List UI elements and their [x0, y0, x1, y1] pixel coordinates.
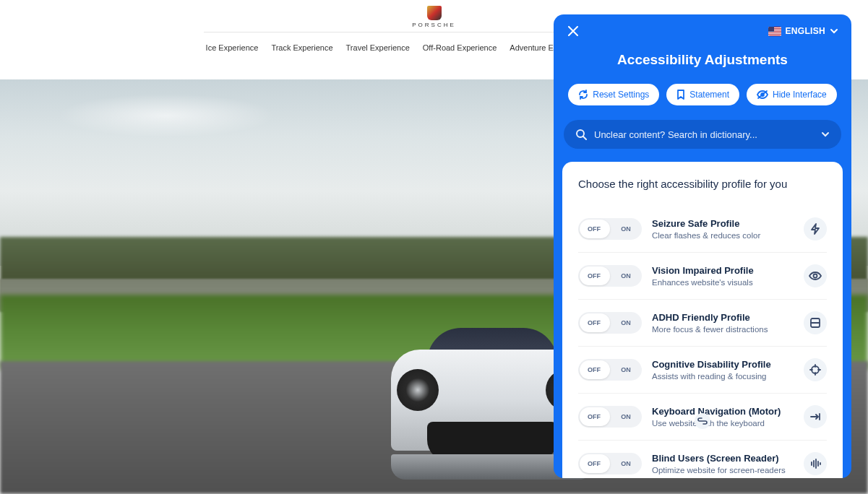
refresh-icon	[578, 90, 588, 100]
porsche-crest-icon	[427, 6, 442, 20]
nav-ice-experience[interactable]: Ice Experience	[206, 43, 259, 52]
profile-name: ADHD Friendly Profile	[652, 312, 794, 323]
profile-desc: More focus & fewer distractions	[652, 325, 794, 334]
nav-track-experience[interactable]: Track Experience	[271, 43, 332, 52]
profile-row-blind: OFF ON Blind Users (Screen Reader) Optim…	[578, 441, 827, 478]
nav-offroad-experience[interactable]: Off-Road Experience	[423, 43, 497, 52]
svg-point-1	[814, 274, 817, 278]
accessibility-panel: ENGLISH Accessibility Adjustments Reset …	[554, 14, 851, 478]
nav-travel-experience[interactable]: Travel Experience	[346, 43, 410, 52]
profile-desc: Use website with the keyboard	[652, 419, 794, 428]
target-icon	[804, 358, 827, 381]
profile-name: Keyboard Navigation (Motor)	[652, 406, 794, 417]
profile-row-adhd: OFF ON ADHD Friendly Profile More focus …	[578, 300, 827, 347]
link-icon	[695, 413, 710, 429]
language-selector[interactable]: ENGLISH	[768, 26, 838, 36]
profile-desc: Optimize website for screen-readers	[652, 466, 794, 474]
profile-name: Blind Users (Screen Reader)	[652, 453, 794, 464]
close-button[interactable]	[567, 25, 580, 38]
brand-name: PORSCHE	[412, 22, 456, 28]
search-placeholder: Unclear content? Search in dictionary...	[594, 129, 814, 140]
statement-button[interactable]: Statement	[666, 84, 739, 105]
profile-row-cognitive: OFF ON Cognitive Disability Profile Assi…	[578, 347, 827, 394]
profile-desc: Clear flashes & reduces color	[652, 231, 794, 240]
profile-name: Cognitive Disability Profile	[652, 359, 794, 370]
profile-name: Seizure Safe Profile	[652, 218, 794, 229]
toggle-keyboard[interactable]: OFF ON	[578, 406, 642, 428]
frame-icon	[804, 311, 827, 334]
flag-us-icon	[768, 27, 781, 36]
eye-icon	[804, 264, 827, 287]
reset-settings-button[interactable]: Reset Settings	[568, 84, 659, 105]
dictionary-search[interactable]: Unclear content? Search in dictionary...	[564, 120, 841, 149]
panel-title: Accessibility Adjustments	[567, 52, 838, 68]
toggle-cognitive[interactable]: OFF ON	[578, 359, 642, 381]
toggle-blind[interactable]: OFF ON	[578, 453, 642, 474]
bookmark-icon	[676, 90, 685, 100]
chevron-down-icon	[821, 131, 830, 137]
language-label: ENGLISH	[786, 26, 825, 36]
profile-desc: Enhances website's visuals	[652, 278, 794, 287]
toggle-adhd[interactable]: OFF ON	[578, 312, 642, 334]
bolt-icon	[804, 217, 827, 240]
profile-name: Vision Impaired Profile	[652, 265, 794, 276]
profile-desc: Assists with reading & focusing	[652, 372, 794, 381]
hide-interface-button[interactable]: Hide Interface	[747, 84, 837, 105]
toggle-vision[interactable]: OFF ON	[578, 265, 642, 287]
profile-row-seizure: OFF ON Seizure Safe Profile Clear flashe…	[578, 206, 827, 253]
profiles-heading: Choose the right accessibility profile f…	[578, 178, 827, 190]
toggle-seizure[interactable]: OFF ON	[578, 218, 642, 240]
close-icon	[568, 26, 578, 36]
tab-icon	[804, 405, 827, 428]
brand-logo[interactable]: PORSCHE	[412, 6, 456, 28]
eye-off-icon	[757, 90, 768, 100]
search-icon	[575, 129, 587, 140]
profile-row-vision: OFF ON Vision Impaired Profile Enhances …	[578, 253, 827, 300]
audio-icon	[804, 452, 827, 475]
profiles-card: Choose the right accessibility profile f…	[562, 162, 843, 478]
chevron-down-icon	[830, 28, 838, 34]
